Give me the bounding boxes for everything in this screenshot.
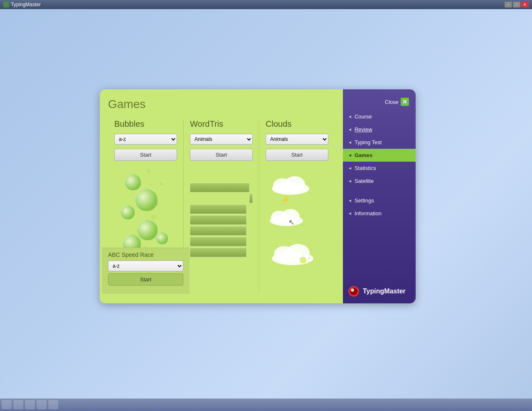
nav-label-information: Information: [355, 210, 411, 217]
sidebar: Close ✕ ◄ Course ◄ Review ◄ Typing Test …: [343, 89, 416, 303]
main-panel: Games Bubbles a-z Animals Numbers Words …: [100, 89, 416, 303]
close-x-icon[interactable]: ✕: [401, 98, 409, 106]
nav-arrow-course: ◄: [348, 114, 352, 119]
dot-1: [148, 170, 150, 172]
diamond-1: [151, 215, 155, 219]
cloud-3: [270, 243, 315, 266]
taskbar-item-4[interactable]: [37, 400, 47, 409]
app-title-text: TypingMaster: [11, 2, 41, 7]
taskbar-bottom: [0, 399, 532, 411]
abc-title: ABC Speed Race: [108, 251, 183, 258]
sidebar-item-typing-test[interactable]: ◄ Typing Test: [343, 136, 416, 149]
nav-label-settings: Settings: [355, 197, 411, 204]
svg-point-2: [284, 176, 305, 193]
clouds-start-button[interactable]: Start: [266, 149, 328, 161]
clouds-preview: ⚡: [266, 166, 328, 274]
nav-label-course: Course: [355, 113, 411, 120]
nav-label-games: Games: [355, 152, 411, 158]
dot-3: [156, 203, 158, 206]
tris-bar-5: [190, 226, 246, 236]
sidebar-item-satellite[interactable]: ◄ Satellite: [343, 175, 416, 187]
bubbles-start-button[interactable]: Start: [114, 149, 177, 161]
close-area: Close ✕: [343, 94, 416, 110]
wordtris-title: WordTris: [190, 119, 253, 129]
wordtris-start-button[interactable]: Start: [190, 149, 253, 161]
nav-arrow-review: ◄: [348, 127, 352, 132]
taskbar-item-1[interactable]: [2, 400, 12, 409]
nav-arrow-settings: ◄: [348, 198, 352, 203]
cloud-1: [270, 174, 311, 195]
lightning-icon: ⚡: [280, 195, 291, 205]
sidebar-logo: TypingMaster: [343, 279, 416, 303]
taskbar-item-5[interactable]: [48, 400, 58, 409]
sidebar-item-review[interactable]: ◄ Review: [343, 123, 416, 136]
taskbar-item-3[interactable]: [25, 400, 35, 409]
window-controls: − □ ✕: [505, 2, 529, 7]
games-title: Games: [108, 98, 335, 111]
abc-start-button[interactable]: Start: [108, 273, 183, 285]
svg-point-14: [350, 288, 357, 295]
nav-arrow-typing-test: ◄: [348, 140, 352, 145]
maximize-button[interactable]: □: [513, 2, 520, 7]
nav-arrow-information: ◄: [348, 211, 352, 216]
nav-label-statistics: Statistics: [355, 165, 411, 171]
abc-row: a-z Animals: [108, 261, 183, 271]
sidebar-item-information[interactable]: ◄ Information: [343, 207, 416, 220]
tris-bar-3: [190, 205, 246, 214]
bubbles-title: Bubbles: [114, 119, 177, 129]
minimize-button[interactable]: −: [505, 2, 512, 7]
bubble-3: [121, 205, 135, 220]
taskbar-top: TypingMaster − □ ✕: [0, 0, 532, 9]
svg-point-5: [281, 209, 300, 224]
nav-label-satellite: Satellite: [355, 178, 411, 184]
abc-section: ABC Speed Race a-z Animals Start: [102, 248, 190, 294]
tris-bar-1: [190, 183, 249, 192]
close-label: Close: [385, 99, 399, 105]
nav-arrow-statistics: ◄: [348, 166, 352, 170]
bubble-4: [137, 220, 158, 241]
sidebar-item-games[interactable]: ◄ Games: [343, 149, 416, 162]
nav-spacer: [343, 187, 416, 194]
bubbles-preview: [114, 166, 177, 257]
logo-icon: [348, 285, 360, 297]
tris-bar-7: [190, 248, 246, 257]
taskbar-item-2[interactable]: [13, 400, 23, 409]
close-button[interactable]: Close ✕: [385, 98, 409, 106]
clouds-title: Clouds: [266, 119, 328, 129]
tris-bar-2: [249, 194, 253, 203]
bubbles-column: Bubbles a-z Animals Numbers Words Start: [108, 119, 184, 294]
bubble-1: [125, 174, 141, 191]
clouds-select[interactable]: Animals a-z Numbers Words: [266, 134, 328, 145]
dot-2: [160, 182, 163, 185]
wordtris-column: WordTris Animals a-z Numbers Words Start: [184, 119, 259, 294]
app-title: TypingMaster: [3, 2, 41, 7]
nav-label-typing-test: Typing Test: [355, 139, 411, 145]
nav-label-review: Review: [355, 126, 411, 133]
svg-point-15: [351, 288, 354, 292]
nav-arrow-games: ◄: [348, 153, 352, 158]
wordtris-preview: [190, 166, 253, 257]
games-area: Games Bubbles a-z Animals Numbers Words …: [100, 89, 343, 303]
svg-point-9: [300, 257, 306, 263]
sidebar-item-course[interactable]: ◄ Course: [343, 110, 416, 123]
cloud-2: [268, 207, 305, 226]
abc-select[interactable]: a-z Animals: [108, 261, 183, 271]
sidebar-item-settings[interactable]: ◄ Settings: [343, 194, 416, 207]
logo-text: TypingMaster: [363, 288, 406, 295]
tris-bar-4: [190, 216, 246, 225]
bubble-5: [156, 232, 168, 245]
bubble-2: [135, 189, 158, 212]
nav-arrow-satellite: ◄: [348, 179, 352, 183]
bubbles-select[interactable]: a-z Animals Numbers Words: [114, 134, 177, 145]
tris-bar-6: [190, 237, 246, 246]
games-columns: Bubbles a-z Animals Numbers Words Start: [108, 119, 335, 294]
wordtris-select[interactable]: Animals a-z Numbers Words: [190, 134, 253, 145]
close-window-button[interactable]: ✕: [521, 2, 529, 7]
sidebar-item-statistics[interactable]: ◄ Statistics: [343, 162, 416, 175]
app-icon: [3, 2, 9, 7]
clouds-column: Clouds Animals a-z Numbers Words Start: [259, 119, 335, 294]
